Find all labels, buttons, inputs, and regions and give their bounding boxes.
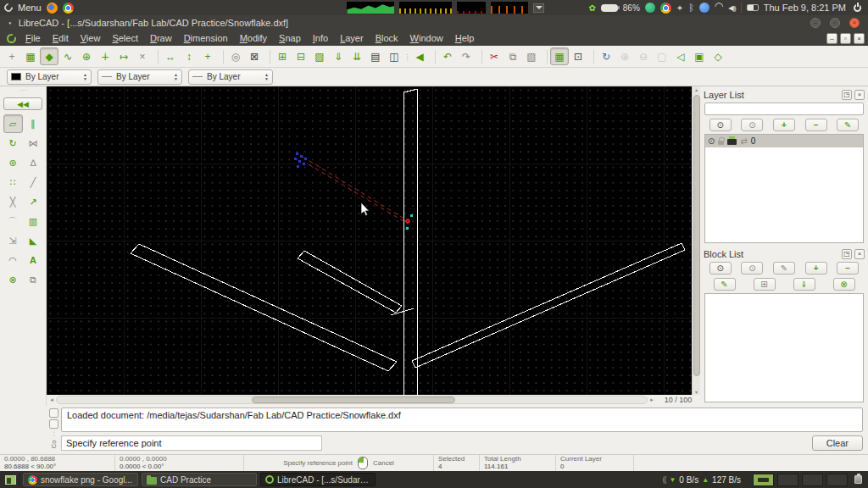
tool-offset[interactable]: ∥ xyxy=(24,114,43,133)
mdi-restore-button[interactable]: ▫ xyxy=(840,33,851,44)
block-attributes-button[interactable]: ✎ xyxy=(714,278,736,291)
tool-text-explode[interactable]: A xyxy=(24,251,43,269)
task-chrome-snowflake[interactable]: snowflake png - Googl... xyxy=(23,473,138,486)
firefox-launcher-icon[interactable] xyxy=(47,3,58,14)
save-icon[interactable]: ⇓ xyxy=(329,47,348,65)
menu-item[interactable]: Snap xyxy=(273,33,307,43)
layer-hide-all-button[interactable]: ⊙ xyxy=(741,119,763,131)
layer-construction-icon[interactable]: ⇄ xyxy=(740,136,747,146)
paste-icon[interactable]: ▧ xyxy=(522,47,541,65)
layer-show-all-button[interactable]: ⊙ xyxy=(709,119,732,131)
layer-filter-input[interactable] xyxy=(704,103,864,115)
menu-item[interactable]: Window xyxy=(404,33,449,43)
cut-icon[interactable]: ✂ xyxy=(485,47,504,65)
layer-add-button[interactable]: + xyxy=(773,119,795,131)
workspace-1[interactable] xyxy=(753,474,774,486)
palette-handle[interactable]: ⋯ xyxy=(19,87,26,94)
zoom-previous-icon[interactable]: ◁ xyxy=(671,47,690,65)
tool-bevel[interactable]: ◣ xyxy=(24,231,43,250)
menu-item[interactable]: Block xyxy=(370,33,404,43)
block-rename-button[interactable]: ✎ xyxy=(773,262,795,274)
scroll-right-icon[interactable]: ▸ xyxy=(648,396,656,403)
task-librecad[interactable]: LibreCAD - [...s/Sudarsh... xyxy=(260,473,376,486)
horizontal-scroll-thumb[interactable] xyxy=(252,396,455,403)
restrict-nothing-icon[interactable]: + xyxy=(198,47,217,65)
snap-free-icon[interactable]: + xyxy=(3,47,21,65)
horizontal-scrollbar[interactable] xyxy=(56,396,648,404)
layer-list-close-button[interactable]: × xyxy=(854,90,865,100)
tool-mirror[interactable]: ⋈ xyxy=(24,134,43,152)
vertical-scrollbar[interactable]: ▴ ▾ xyxy=(692,86,700,395)
snap-middle-icon[interactable]: ∔ xyxy=(96,47,114,65)
tool-trim-two[interactable]: ╳ xyxy=(3,192,23,211)
print-icon[interactable]: ▤ xyxy=(366,47,385,65)
menu-item[interactable]: Layer xyxy=(334,33,370,43)
window-titlebar[interactable]: ● LibreCAD - [...s/Sudarshan/Fab Lab/CAD… xyxy=(0,15,868,30)
set-relative-zero-icon[interactable]: ◎ xyxy=(226,47,245,65)
block-list[interactable] xyxy=(704,293,864,402)
window-list-icon[interactable] xyxy=(533,3,544,13)
undo-icon[interactable]: ↶ xyxy=(438,47,457,65)
snap-grid-icon[interactable]: ▦ xyxy=(21,47,40,65)
menu-item[interactable]: Info xyxy=(307,33,334,43)
save-as-icon[interactable]: ⇊ xyxy=(348,47,366,65)
snap-endpoint-icon[interactable]: ◆ xyxy=(40,47,58,65)
task-caja-cad-practice[interactable]: CAD Practice xyxy=(142,473,257,486)
clear-button[interactable]: Clear xyxy=(812,435,863,451)
tool-move-rotate[interactable]: ∆ xyxy=(24,153,43,172)
tool-lengthen[interactable]: ↗ xyxy=(24,192,43,211)
workspace-3[interactable] xyxy=(802,474,823,486)
distro-menu-icon[interactable] xyxy=(3,2,14,14)
layer-visible-icon[interactable]: ⊙ xyxy=(708,136,715,146)
new-document-icon[interactable]: ⊞ xyxy=(273,47,292,65)
palette-back-button[interactable]: ◀◀ xyxy=(3,97,42,110)
block-explode-button[interactable]: ⊗ xyxy=(833,278,855,291)
tool-rotate-two[interactable]: ⊛ xyxy=(3,153,23,172)
lock-relative-zero-icon[interactable]: ⊠ xyxy=(245,47,264,65)
snap-on-entity-icon[interactable]: ∿ xyxy=(58,47,77,65)
vertical-scroll-thumb[interactable] xyxy=(693,95,700,376)
wifi-icon[interactable]: ◠ xyxy=(715,3,723,12)
mdi-close-button[interactable]: × xyxy=(854,33,865,44)
window-maximize-button[interactable]: ▫ xyxy=(830,18,840,28)
menu-item[interactable]: View xyxy=(75,33,107,43)
status-blue-icon[interactable] xyxy=(699,3,709,13)
trash-icon[interactable] xyxy=(854,475,862,484)
block-remove-button[interactable]: − xyxy=(837,262,859,274)
print-preview-icon[interactable]: ◫ xyxy=(385,47,403,65)
drawing-canvas[interactable] xyxy=(47,86,692,395)
scroll-down-icon[interactable]: ▾ xyxy=(695,389,698,395)
pen-color-select[interactable]: By Layer ▲▼ xyxy=(7,69,92,85)
tool-arc-options[interactable]: ⌒ xyxy=(3,212,23,230)
draft-preview-icon[interactable]: ⊡ xyxy=(569,47,587,65)
pen-width-select[interactable]: By Layer ▲▼ xyxy=(97,69,182,85)
snap-distance-icon[interactable]: ↦ xyxy=(114,47,133,65)
layer-lock-icon[interactable] xyxy=(718,141,724,145)
tool-trim[interactable]: ╱ xyxy=(24,173,43,191)
block-list-close-button[interactable]: × xyxy=(854,249,865,259)
window-close-button[interactable]: × xyxy=(849,18,860,28)
new-from-template-icon[interactable]: ⊟ xyxy=(292,47,310,65)
scroll-left-icon[interactable]: ◂ xyxy=(47,396,56,403)
dropbox-icon[interactable]: ✦ xyxy=(676,3,683,13)
menu-item[interactable]: File xyxy=(19,33,47,43)
menu-item[interactable]: Help xyxy=(449,33,481,43)
restrict-vertical-icon[interactable]: ↕ xyxy=(180,47,198,65)
bluetooth-icon[interactable]: ᛒ xyxy=(688,3,694,13)
open-icon[interactable]: ▨ xyxy=(310,47,329,65)
tool-move-copy[interactable]: ▱ xyxy=(3,114,23,133)
restrict-horizontal-icon[interactable]: ↔ xyxy=(161,47,180,65)
snap-center-icon[interactable]: ⊕ xyxy=(77,47,96,65)
redraw-icon[interactable]: ↻ xyxy=(597,47,615,65)
command-input[interactable]: Specify reference point xyxy=(61,435,322,451)
battery-icon[interactable] xyxy=(601,4,618,12)
block-list-float-button[interactable]: ◳ xyxy=(842,249,852,259)
tool-rotate[interactable]: ↻ xyxy=(3,134,23,152)
menu-item[interactable]: Draw xyxy=(144,33,178,43)
menu-item[interactable]: Select xyxy=(106,33,144,43)
command-float-button[interactable] xyxy=(49,419,58,429)
pen-linetype-select[interactable]: By Layer ▲▼ xyxy=(188,69,273,85)
network-signal-icon[interactable]: (( xyxy=(662,475,665,484)
back-icon[interactable]: ◀ xyxy=(410,47,429,65)
block-add-button[interactable]: + xyxy=(805,262,827,274)
